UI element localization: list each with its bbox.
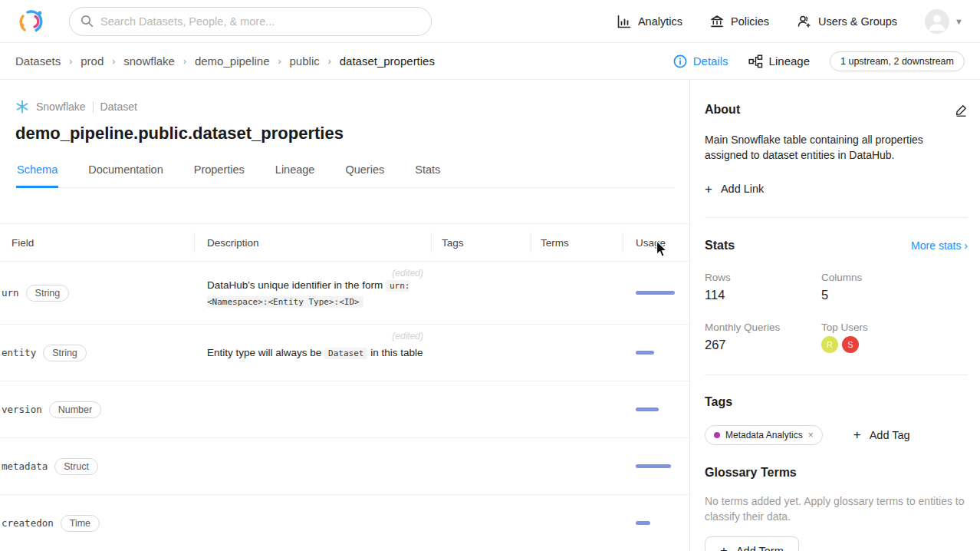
tags-cell[interactable] (431, 325, 531, 381)
stats-grid: Rows114Columns5Monthly Queries267Top Use… (705, 272, 968, 353)
tag-pill[interactable]: Metadata Analytics× (705, 425, 823, 445)
schema-table-row[interactable]: version Number (0, 381, 689, 438)
tags-cell[interactable] (431, 438, 531, 494)
tab-queries[interactable]: Queries (344, 159, 385, 187)
add-tag-button[interactable]: + Add Tag (853, 428, 910, 441)
add-term-label: Add Term (736, 545, 784, 551)
search-icon (81, 15, 94, 28)
lineage-count-badge[interactable]: 1 upstream, 2 downstream (830, 51, 965, 71)
schema-table-row[interactable]: entity String (edited)Entity type will a… (0, 325, 689, 381)
description-fragment: Entity type will always be (207, 347, 324, 358)
tab-stats[interactable]: Stats (414, 159, 441, 187)
plus-icon: + (705, 183, 712, 196)
usage-cell (623, 325, 689, 381)
nav-item-policies[interactable]: Policies (710, 15, 769, 28)
terms-cell[interactable] (531, 495, 623, 551)
lineage-icon (748, 54, 763, 68)
edited-label: (edited) (392, 329, 423, 343)
usage-bar (636, 291, 675, 295)
field-name: metadata (2, 460, 48, 472)
usage-cell (623, 495, 689, 551)
more-stats-link[interactable]: More stats › (911, 239, 968, 252)
user-avatar[interactable]: S (842, 336, 859, 353)
entity-content: Snowflake Dataset demo_pipeline.public.d… (0, 80, 689, 551)
tab-properties[interactable]: Properties (193, 159, 245, 187)
datahub-logo[interactable] (17, 7, 46, 36)
stats-title: Stats (705, 239, 735, 252)
tags-cell[interactable] (431, 262, 531, 324)
field-name: urn (2, 287, 19, 299)
tags-row: Metadata Analytics× + Add Tag (705, 425, 968, 445)
field-type-badge[interactable]: String (43, 345, 87, 361)
stats-section-header: Stats More stats › (705, 239, 968, 252)
field-name: entity (2, 347, 36, 358)
breadcrumb-item[interactable]: prod (81, 54, 104, 68)
breadcrumb-item[interactable]: public (290, 54, 320, 68)
entity-type-label: Dataset (100, 101, 137, 113)
field-type-badge[interactable]: Number (49, 401, 101, 418)
details-button[interactable]: Details (673, 54, 728, 68)
breadcrumb-item[interactable]: snowflake (123, 54, 175, 68)
schema-table-body: urn String (edited)DataHub's unique iden… (0, 262, 689, 551)
field-cell: entity String (0, 325, 194, 381)
field-type-badge[interactable]: String (26, 285, 70, 302)
divider (705, 374, 968, 375)
column-header-terms: Terms (531, 224, 623, 261)
breadcrumb-actions: Details Lineage 1 upstream, 2 downstream (673, 51, 965, 71)
schema-table-row[interactable]: urn String (edited)DataHub's unique iden… (0, 262, 689, 325)
user-avatar[interactable]: R (821, 336, 838, 353)
description-cell[interactable]: (edited)DataHub's unique identifier in t… (194, 262, 431, 324)
schema-table-row[interactable]: metadata Struct (0, 438, 689, 495)
top-users: Top UsersRS (821, 322, 968, 353)
stat-label: Columns (821, 272, 968, 283)
tags-cell[interactable] (431, 495, 531, 551)
column-header-usage: Usage (623, 224, 689, 261)
edit-icon[interactable] (955, 104, 968, 117)
terms-cell[interactable] (531, 438, 623, 494)
description-cell[interactable] (194, 495, 431, 551)
terms-cell[interactable] (531, 381, 623, 437)
tag-label: Metadata Analytics (725, 430, 803, 440)
terms-cell[interactable] (531, 262, 623, 324)
user-menu[interactable]: ▼ (925, 9, 963, 34)
breadcrumb-item[interactable]: dataset_properties (340, 54, 435, 68)
divider (705, 217, 968, 218)
description-cell[interactable] (194, 438, 431, 494)
page-title: demo_pipeline.public.dataset_properties (15, 124, 674, 144)
schema-table-row[interactable]: createdon Time (0, 495, 689, 551)
schema-table-header: FieldDescriptionTagsTermsUsage (0, 223, 689, 262)
breadcrumb-item[interactable]: Datasets (15, 54, 61, 68)
search-input[interactable] (100, 15, 420, 28)
description-cell[interactable] (194, 381, 431, 437)
remove-tag-icon[interactable]: × (808, 430, 814, 440)
snowflake-icon (15, 100, 29, 114)
stat-label: Top Users (821, 322, 968, 333)
description-cell[interactable]: (edited)Entity type will always be Datas… (194, 325, 431, 381)
tab-documentation[interactable]: Documentation (87, 159, 164, 187)
top-navbar: Analytics Policies Users & Groups ▼ (0, 0, 980, 43)
stat-value: 267 (705, 338, 821, 352)
breadcrumb-separator: › (69, 56, 72, 67)
lineage-button[interactable]: Lineage (748, 54, 810, 68)
field-type-badge[interactable]: Time (61, 515, 100, 532)
breadcrumb-separator: › (278, 56, 281, 67)
entity-sidebar: About Main Snowflake table containing al… (689, 80, 980, 551)
about-title: About (705, 103, 740, 117)
usage-cell (623, 262, 689, 324)
add-term-button[interactable]: + Add Term (705, 536, 799, 551)
description-fragment: DataHub's unique identifier in the form (207, 279, 386, 291)
glossary-title: Glossary Terms (705, 466, 968, 480)
nav-item-analytics[interactable]: Analytics (617, 15, 682, 28)
platform-name[interactable]: Snowflake (36, 101, 86, 113)
terms-cell[interactable] (531, 325, 623, 381)
plus-icon: + (720, 544, 728, 551)
add-link-button[interactable]: + Add Link (705, 183, 968, 196)
tags-cell[interactable] (431, 381, 531, 437)
field-type-badge[interactable]: Struct (54, 458, 98, 475)
breadcrumb-item[interactable]: demo_pipeline (195, 54, 270, 68)
tab-lineage[interactable]: Lineage (275, 159, 316, 187)
usage-cell (623, 381, 689, 437)
tab-schema[interactable]: Schema (16, 159, 58, 187)
plus-icon: + (853, 428, 861, 441)
nav-item-users-groups[interactable]: Users & Groups (797, 15, 897, 28)
